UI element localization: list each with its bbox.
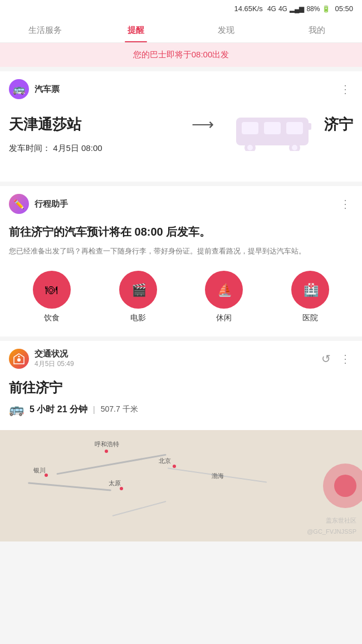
map-dot-beijing — [173, 465, 176, 468]
category-food[interactable]: 🍽 饮食 — [33, 271, 71, 323]
trip-heading: 前往济宁的汽车预计将在 08:00 后发车。 — [9, 224, 353, 240]
tab-reminder[interactable]: 提醒 — [91, 17, 182, 42]
route-row: 天津通莎站 ⟶ 济宁 — [9, 109, 353, 140]
alert-banner: 您的巴士即将于08:00出发 — [0, 43, 362, 67]
svg-rect-2 — [264, 122, 281, 134]
map-area: 呼和浩特 北京 银川 太原 渤海 盖东世社区 @GC_FVJNJSSP — [0, 430, 362, 541]
category-leisure-icon: ⛵ — [205, 271, 243, 309]
traffic-header: 交通状况 4月5日 05:49 ↺ ⋮ — [0, 341, 362, 374]
trip-helper-icon: ✏️ — [9, 194, 29, 214]
network1-label: 4G — [267, 5, 276, 13]
trip-helper-card: ✏️ 行程助手 ⋮ 前往济宁的汽车预计将在 08:00 后发车。 您已经准备出发… — [0, 186, 362, 336]
alert-text: 您的巴士即将于08:00出发 — [133, 50, 229, 59]
traffic-destination: 前往济宁 — [9, 379, 353, 397]
map-road-3 — [112, 501, 166, 516]
traffic-title-group: 交通状况 4月5日 05:49 — [35, 349, 316, 369]
svg-point-7 — [292, 145, 297, 150]
map-label-yinchuan: 银川 — [33, 466, 46, 475]
status-bar: 14.65K/s 4G 4G ▂▄▆ 88% 🔋 05:50 — [0, 0, 362, 17]
traffic-distance: 507.7 千米 — [101, 404, 138, 414]
bus-ticket-title: 汽车票 — [35, 84, 332, 95]
category-hospital[interactable]: 🏥 医院 — [291, 271, 329, 323]
bus-ticket-more-button[interactable]: ⋮ — [337, 82, 353, 96]
watermark-2: @GC_FVJNJSSP — [307, 528, 356, 535]
refresh-button[interactable]: ↺ — [321, 352, 331, 365]
svg-point-5 — [247, 145, 253, 150]
current-time: 05:50 — [335, 4, 353, 13]
category-hospital-label: 医院 — [302, 313, 318, 323]
trip-description: 您已经准备出发了吗？再检查一下随身行李，带好身份证。提前查看路况，提早到达汽车站… — [9, 245, 353, 257]
transport-mode-icon: 🚌 — [9, 402, 24, 417]
traffic-actions: ↺ ⋮ — [321, 352, 353, 365]
bus-ticket-header: 🚌 汽车票 ⋮ — [0, 71, 362, 105]
svg-text:🏥: 🏥 — [304, 282, 319, 297]
traffic-card-icon — [9, 349, 29, 369]
network-info: 4G 4G ▂▄▆ 88% 🔋 — [267, 5, 331, 13]
traffic-card-date: 4月5日 05:49 — [35, 359, 316, 369]
bus-ticket-icon: 🚌 — [9, 79, 29, 99]
category-movie-label: 电影 — [130, 313, 146, 323]
category-hospital-icon: 🏥 — [291, 271, 329, 309]
watermark-1: 盖东世社区 — [326, 516, 356, 525]
category-food-label: 饮食 — [44, 313, 60, 323]
category-leisure-label: 休闲 — [216, 313, 232, 323]
map-label-taiyuan: 太原 — [109, 479, 121, 487]
category-movie[interactable]: 🎬 电影 — [119, 271, 157, 323]
map-label-beijing: 北京 — [159, 457, 171, 465]
tab-lifestyle[interactable]: 生活服务 — [0, 17, 91, 42]
map-dot-yinchuan — [45, 474, 48, 477]
map-dot-huhehaote — [105, 450, 108, 453]
map-label-huhehaote: 呼和浩特 — [95, 440, 119, 448]
network2-label: 4G — [278, 5, 287, 13]
svg-rect-3 — [286, 122, 303, 134]
svg-rect-8 — [303, 123, 311, 130]
traffic-divider: | — [93, 405, 95, 414]
map-destination-highlight — [323, 464, 362, 508]
svg-text:⛵: ⛵ — [217, 282, 233, 297]
nav-tabs: 生活服务 提醒 发现 我的 — [0, 17, 362, 43]
trip-helper-body: 前往济宁的汽车预计将在 08:00 后发车。 您已经准备出发了吗？再检查一下随身… — [0, 219, 362, 336]
trip-helper-title: 行程助手 — [35, 199, 332, 209]
network-speed: 14.65K/s — [234, 4, 263, 13]
svg-text:🍽: 🍽 — [45, 283, 57, 297]
trip-helper-more-button[interactable]: ⋮ — [337, 197, 353, 211]
map-label-bohai: 渤海 — [212, 472, 224, 480]
traffic-body: 前往济宁 🚌 5 小时 21 分钟 | 507.7 千米 — [0, 374, 362, 430]
svg-text:🎬: 🎬 — [131, 282, 147, 297]
traffic-duration: 5 小时 21 分钟 — [30, 404, 87, 416]
route-to: 济宁 — [324, 115, 353, 134]
bus-ticket-body: 天津通莎站 ⟶ 济宁 发车时间： 4月5日 — [0, 105, 362, 165]
traffic-card-title: 交通状况 — [35, 349, 316, 359]
category-leisure[interactable]: ⛵ 休闲 — [205, 271, 243, 323]
traffic-card: 交通状况 4月5日 05:49 ↺ ⋮ 前往济宁 🚌 5 小时 21 分钟 | … — [0, 341, 362, 541]
bus-illustration — [231, 106, 320, 153]
signal-bars: ▂▄▆ — [290, 5, 305, 13]
battery-icon: 🔋 — [322, 5, 330, 13]
bus-ticket-card: 🚌 汽车票 ⋮ 天津通莎站 ⟶ 济宁 — [0, 71, 362, 182]
svg-point-14 — [17, 358, 21, 362]
map-road-1 — [56, 454, 166, 475]
traffic-info-row: 🚌 5 小时 21 分钟 | 507.7 千米 — [9, 402, 353, 417]
tab-discover[interactable]: 发现 — [181, 17, 272, 42]
map-road-2 — [28, 482, 111, 491]
tab-mine[interactable]: 我的 — [272, 17, 363, 42]
trip-helper-header: ✏️ 行程助手 ⋮ — [0, 186, 362, 219]
svg-point-15 — [18, 356, 20, 358]
battery-level: 88% — [306, 5, 320, 13]
category-movie-icon: 🎬 — [119, 271, 157, 309]
traffic-more-button[interactable]: ⋮ — [337, 352, 353, 365]
category-row: 🍽 饮食 🎬 电影 ⛵ 休闲 🏥 医院 — [9, 266, 353, 328]
map-dot-taiyuan — [120, 487, 123, 490]
svg-rect-1 — [242, 122, 258, 134]
route-from: 天津通莎站 — [9, 115, 81, 134]
category-food-icon: 🍽 — [33, 271, 71, 309]
